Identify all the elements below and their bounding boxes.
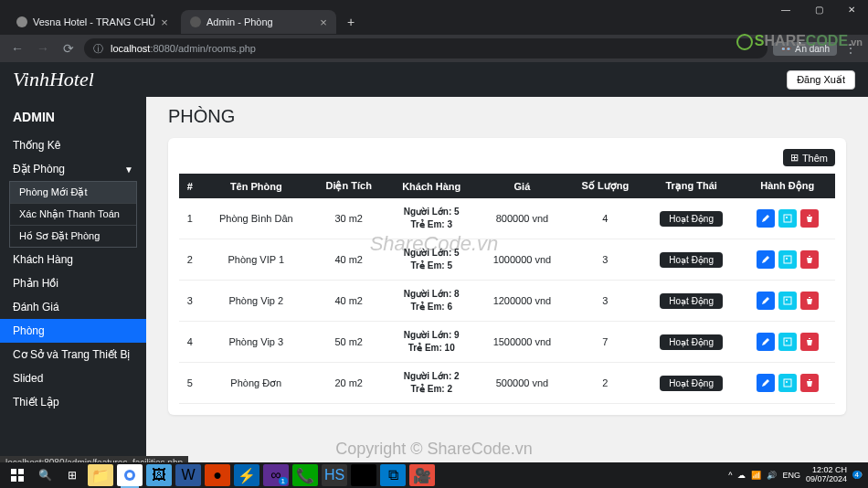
cell-idx: 3 xyxy=(179,281,201,322)
taskbar-app-explorer[interactable]: 📁 xyxy=(88,464,113,486)
taskbar-app-6[interactable]: 📞 xyxy=(292,464,318,486)
app-logo[interactable]: VinhHotel xyxy=(13,68,94,91)
submenu-hoso[interactable]: Hồ Sơ Đặt Phòng xyxy=(10,226,136,247)
taskbar-app-3[interactable]: ● xyxy=(205,464,230,486)
cell-name: Phòng VIP 1 xyxy=(201,239,312,281)
cell-name: Phòng Đơn xyxy=(201,363,312,404)
page-title: PHÒNG xyxy=(168,106,846,127)
sidebar-item-phanhoi[interactable]: Phản Hồi xyxy=(0,271,146,295)
cell-qty: 7 xyxy=(567,322,643,363)
tray-wifi-icon[interactable]: 📶 xyxy=(751,471,761,480)
cell-qty: 3 xyxy=(567,239,643,281)
taskbar-app-chrome[interactable] xyxy=(117,464,143,486)
delete-button[interactable] xyxy=(800,374,819,392)
edit-button[interactable] xyxy=(757,250,775,269)
window-close[interactable]: ✕ xyxy=(835,0,868,18)
tab-title: Admin - Phòng xyxy=(206,16,273,27)
cell-name: Phòng Bình Dân xyxy=(201,198,312,239)
address-bar[interactable]: ⓘ localhost:8080/admin/rooms.php xyxy=(84,38,767,58)
taskbar-app-7[interactable]: HS xyxy=(322,464,347,486)
cell-status: Hoạt Động xyxy=(643,322,739,363)
image-button[interactable] xyxy=(778,209,797,228)
notification-icon[interactable]: 💬4 xyxy=(852,471,863,480)
sidebar-item-khachhang[interactable]: Khách Hàng xyxy=(0,248,146,271)
cell-guests: Người Lớn: 8Trẻ Em: 6 xyxy=(386,281,477,322)
edit-button[interactable] xyxy=(757,333,775,351)
cell-name: Phòng Vip 2 xyxy=(201,281,312,322)
reload-button[interactable]: ⟳ xyxy=(58,38,79,58)
status-badge[interactable]: Hoạt Động xyxy=(660,334,723,350)
sidebar-item-slided[interactable]: Slided xyxy=(0,366,146,390)
taskbar-app-5[interactable]: ∞1 xyxy=(263,464,289,486)
svg-rect-13 xyxy=(18,476,24,482)
back-button[interactable]: ← xyxy=(7,38,27,58)
taskbar-app-10[interactable]: 🎥 xyxy=(409,464,435,486)
sidebar-item-danhgia[interactable]: Đánh Giá xyxy=(0,295,146,319)
tray-volume-icon[interactable]: 🔊 xyxy=(767,471,777,480)
close-icon[interactable]: × xyxy=(161,16,168,29)
cell-qty: 4 xyxy=(567,198,643,239)
cell-idx: 1 xyxy=(179,198,201,239)
add-room-button[interactable]: ⊞ Thêm xyxy=(783,149,835,166)
taskbar-app-2[interactable]: W xyxy=(175,464,201,486)
submenu-xacnhan[interactable]: Xác Nhận Thanh Toán xyxy=(10,204,136,226)
start-button[interactable] xyxy=(5,463,29,487)
status-badge[interactable]: Hoạt Động xyxy=(660,211,723,227)
forward-button[interactable]: → xyxy=(33,38,53,58)
table-header: Tên Phòng xyxy=(201,174,312,198)
image-button[interactable] xyxy=(778,250,797,269)
cell-area: 40 m2 xyxy=(312,281,386,322)
svg-rect-10 xyxy=(11,469,16,474)
svg-rect-0 xyxy=(784,215,791,222)
tab-admin-active[interactable]: Admin - Phòng × xyxy=(181,10,336,34)
sidebar-item-datphong[interactable]: Đặt Phòng ▼ xyxy=(0,157,146,181)
incognito-badge[interactable]: 👓 Ẩn danh xyxy=(773,42,837,56)
image-button[interactable] xyxy=(778,292,797,310)
logout-button[interactable]: Đăng Xuất xyxy=(787,70,855,90)
taskbar-app-8[interactable]: ■ xyxy=(351,464,376,486)
tab-vesna[interactable]: Vesna Hotel - TRANG CHỦ × xyxy=(7,10,177,34)
sidebar-item-thietlap[interactable]: Thiết Lập xyxy=(0,390,146,414)
image-button[interactable] xyxy=(778,374,797,392)
cell-qty: 2 xyxy=(567,363,643,404)
status-badge[interactable]: Hoạt Động xyxy=(660,252,723,268)
edit-button[interactable] xyxy=(757,209,775,228)
window-minimize[interactable]: — xyxy=(769,0,802,18)
cell-area: 30 m2 xyxy=(312,198,386,239)
status-badge[interactable]: Hoạt Động xyxy=(660,376,723,391)
taskbar-app-1[interactable]: 🖼 xyxy=(146,464,172,486)
tray-chevron-icon[interactable]: ^ xyxy=(728,471,732,480)
taskbar-app-9[interactable]: ⧉ xyxy=(380,464,406,486)
new-tab-button[interactable]: + xyxy=(340,15,362,29)
sidebar-item-thongke[interactable]: Thống Kê xyxy=(0,133,146,157)
table-header: # xyxy=(179,174,201,198)
tray-cloud-icon[interactable]: ☁ xyxy=(737,471,746,480)
tray-lang[interactable]: ENG xyxy=(782,471,800,480)
image-button[interactable] xyxy=(778,333,797,351)
delete-button[interactable] xyxy=(800,250,819,269)
table-header: Khách Hàng xyxy=(386,174,477,198)
search-icon[interactable]: 🔍 xyxy=(33,463,57,487)
edit-button[interactable] xyxy=(757,292,775,310)
delete-button[interactable] xyxy=(800,292,819,310)
svg-rect-2 xyxy=(784,256,791,263)
cell-status: Hoạt Động xyxy=(643,363,739,404)
delete-button[interactable] xyxy=(800,209,819,228)
close-icon[interactable]: × xyxy=(320,16,327,29)
delete-button[interactable] xyxy=(800,333,819,351)
status-badge[interactable]: Hoạt Động xyxy=(660,293,723,309)
edit-button[interactable] xyxy=(757,374,775,392)
cell-idx: 2 xyxy=(179,239,201,281)
taskbar-clock[interactable]: 12:02 CH 09/07/2024 xyxy=(806,466,847,484)
sidebar-item-coso[interactable]: Cơ Sở và Trang Thiết Bị xyxy=(0,343,146,366)
sidebar-item-phong[interactable]: Phòng xyxy=(0,319,146,343)
task-view-icon[interactable]: ⊞ xyxy=(60,463,84,487)
site-info-icon[interactable]: ⓘ xyxy=(93,42,103,56)
browser-menu-icon[interactable]: ⋮ xyxy=(841,38,861,58)
window-maximize[interactable]: ▢ xyxy=(802,0,835,18)
svg-point-15 xyxy=(127,472,132,478)
svg-rect-8 xyxy=(784,379,791,387)
svg-point-3 xyxy=(786,258,788,260)
taskbar-app-4[interactable]: ⚡ xyxy=(234,464,259,486)
submenu-phongmoidat[interactable]: Phòng Mới Đặt xyxy=(10,182,136,204)
